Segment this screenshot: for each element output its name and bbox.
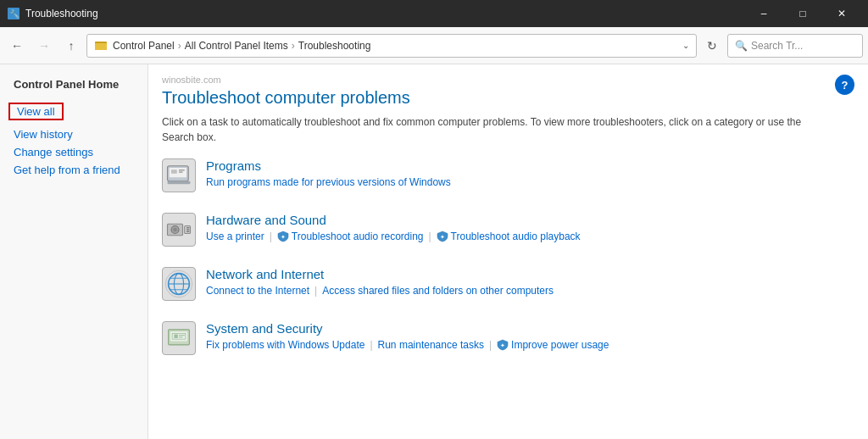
category-system: System and Security Fix problems with Wi… (162, 321, 854, 362)
svg-rect-3 (95, 43, 107, 50)
sep-system-2: | (489, 339, 492, 351)
hardware-title[interactable]: Hardware and Sound (206, 213, 854, 227)
svg-text:✦: ✦ (500, 342, 505, 348)
watermark: winosbite.com (162, 75, 835, 85)
connect-internet-link[interactable]: Connect to the Internet (206, 285, 309, 297)
search-placeholder: Search Tr... (751, 40, 803, 52)
hardware-content: Hardware and Sound Use a printer | ✦ Tro… (206, 213, 854, 242)
address-path[interactable]: Programs Control Panel › All Control Pan… (86, 34, 697, 58)
sep-printer: | (270, 231, 272, 242)
shield-power-icon: ✦ (497, 339, 509, 351)
network-links: Connect to the Internet | Access shared … (206, 285, 854, 297)
sep-network: | (314, 285, 317, 297)
search-icon: 🔍 (735, 40, 748, 52)
svg-rect-9 (168, 181, 191, 184)
sidebar-get-help[interactable]: Get help from a friend (0, 161, 147, 179)
page-description: Click on a task to automatically trouble… (162, 114, 835, 145)
svg-rect-28 (174, 335, 178, 339)
sidebar: Control Panel Home View all View history… (0, 64, 148, 439)
refresh-button[interactable]: ↻ (700, 34, 724, 58)
content-area: winosbite.com Troubleshoot computer prob… (148, 64, 868, 439)
svg-rect-26 (170, 331, 187, 341)
search-box[interactable]: 🔍 Search Tr... (727, 34, 863, 58)
window-controls: – □ ✕ (744, 0, 861, 27)
network-content: Network and Internet Connect to the Inte… (206, 267, 854, 297)
breadcrumb-all-items: All Control Panel Items (185, 40, 288, 52)
svg-point-12 (173, 228, 177, 232)
sidebar-view-history[interactable]: View history (0, 125, 147, 143)
maximize-button[interactable]: □ (783, 0, 822, 27)
sidebar-title: Control Panel Home (0, 78, 147, 101)
network-icon (162, 267, 196, 301)
improve-power-usage-link[interactable]: Improve power usage (511, 339, 609, 351)
hardware-icon (162, 213, 196, 247)
main-layout: Control Panel Home View all View history… (0, 64, 868, 439)
shield-audio-recording-icon: ✦ (277, 231, 289, 242)
breadcrumb-control-panel: Control Panel (113, 40, 175, 52)
run-maintenance-link[interactable]: Run maintenance tasks (378, 339, 484, 351)
network-title[interactable]: Network and Internet (206, 267, 854, 281)
svg-rect-8 (179, 172, 183, 173)
hardware-svg (164, 214, 194, 245)
app-icon: 🔧 (7, 7, 20, 20)
address-bar: ← → ↑ Programs Control Panel › All Contr… (0, 27, 868, 64)
programs-links: Run programs made for previous versions … (206, 176, 854, 188)
programs-content: Programs Run programs made for previous … (206, 158, 854, 188)
forward-button[interactable]: → (32, 34, 56, 58)
programs-title[interactable]: Programs (206, 158, 854, 173)
system-links: Fix problems with Windows Update | Run m… (206, 339, 854, 351)
category-hardware: Hardware and Sound Use a printer | ✦ Tro… (162, 213, 854, 253)
use-printer-link[interactable]: Use a printer (206, 231, 264, 242)
shield-audio-playback-icon: ✦ (437, 231, 448, 242)
svg-rect-7 (179, 169, 185, 170)
access-shared-link[interactable]: Access shared files and folders on other… (322, 285, 554, 297)
sep-audio: | (428, 231, 431, 242)
system-content: System and Security Fix problems with Wi… (206, 321, 854, 351)
system-title[interactable]: System and Security (206, 321, 854, 336)
system-icon (162, 321, 196, 355)
category-programs: Programs Run programs made for previous … (162, 158, 854, 199)
programs-svg (164, 160, 194, 191)
svg-rect-6 (171, 169, 177, 174)
up-button[interactable]: ↑ (59, 34, 83, 58)
sep-1: › (178, 40, 181, 52)
hardware-links: Use a printer | ✦ Troubleshoot audio rec… (206, 231, 854, 242)
title-bar: 🔧 Troubleshooting – □ ✕ (0, 0, 868, 27)
path-icon (94, 39, 108, 53)
svg-text:🔧: 🔧 (9, 8, 20, 19)
programs-icon (162, 158, 196, 192)
run-programs-link[interactable]: Run programs made for previous versions … (206, 176, 451, 188)
troubleshoot-audio-playback-link[interactable]: Troubleshoot audio playback (451, 231, 581, 242)
page-title: Troubleshoot computer problems (162, 88, 835, 108)
sidebar-view-all[interactable]: View all (8, 103, 64, 120)
sep-2: › (292, 40, 295, 52)
sidebar-change-settings[interactable]: Change settings (0, 143, 147, 161)
close-button[interactable]: ✕ (822, 0, 861, 27)
dropdown-chevron-icon[interactable]: ⌄ (682, 41, 689, 50)
svg-text:✦: ✦ (280, 234, 285, 240)
troubleshoot-audio-recording-link[interactable]: Troubleshoot audio recording (292, 231, 424, 242)
breadcrumb-troubleshooting: Troubleshooting (298, 40, 371, 52)
minimize-button[interactable]: – (744, 0, 783, 27)
back-button[interactable]: ← (5, 34, 29, 58)
svg-text:✦: ✦ (439, 234, 444, 240)
sep-system-1: | (370, 339, 372, 351)
network-svg (164, 269, 194, 299)
help-button[interactable]: ? (835, 75, 854, 95)
category-network: Network and Internet Connect to the Inte… (162, 267, 854, 308)
system-svg (164, 323, 194, 353)
fix-windows-update-link[interactable]: Fix problems with Windows Update (206, 339, 364, 351)
window-title: Troubleshooting (25, 8, 744, 19)
